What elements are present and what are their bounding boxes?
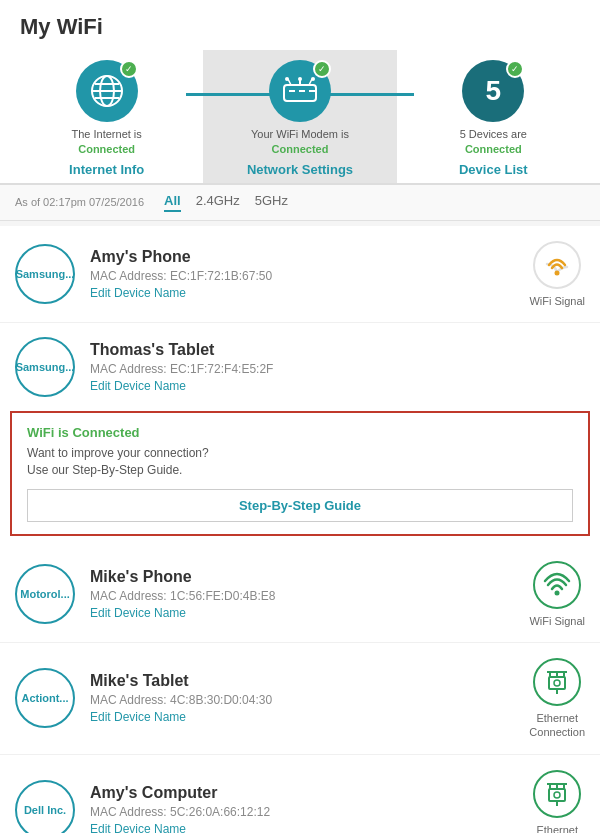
wifi-popup-desc: Want to improve your connection?Use our …: [27, 445, 573, 479]
avatar: Motorol...: [15, 564, 75, 624]
device-info: Amy's Phone MAC Address: EC:1F:72:1B:67:…: [90, 248, 519, 300]
svg-point-21: [554, 680, 560, 686]
network-label: Network Settings: [247, 162, 353, 177]
device-list: Samsung... Amy's Phone MAC Address: EC:1…: [0, 226, 600, 833]
devices-icon-circle: 5 ✓: [462, 60, 524, 122]
device-info: Amy's Computer MAC Address: 5C:26:0A:66:…: [90, 784, 519, 833]
ethernet-icon: [532, 657, 582, 707]
device-info: Thomas's Tablet MAC Address: EC:1F:72:F4…: [90, 341, 585, 393]
device-name: Amy's Phone: [90, 248, 519, 266]
step-by-step-button[interactable]: Step-By-Step Guide: [27, 489, 573, 522]
filter-date: As of 02:17pm 07/25/2016: [15, 196, 144, 208]
edit-device-name[interactable]: Edit Device Name: [90, 822, 519, 833]
device-name: Mike's Phone: [90, 568, 519, 586]
device-mac: MAC Address: EC:1F:72:F4:E5:2F: [90, 362, 585, 376]
device-name: Amy's Computer: [90, 784, 519, 802]
filter-tabs: All 2.4GHz 5GHz: [164, 193, 288, 212]
edit-device-name[interactable]: Edit Device Name: [90, 379, 585, 393]
wifi-signal-green-icon: [532, 560, 582, 610]
nav-item-internet[interactable]: ✓ The Internet is Connected Internet Inf…: [10, 50, 203, 183]
page-title: My WiFi: [0, 0, 600, 50]
table-row: Samsung... Amy's Phone MAC Address: EC:1…: [0, 226, 600, 323]
table-row: Samsung... Thomas's Tablet MAC Address: …: [0, 323, 600, 411]
internet-status: The Internet is Connected: [72, 127, 142, 158]
svg-point-10: [298, 77, 302, 81]
device-mac: MAC Address: 4C:8B:30:D0:04:30: [90, 693, 519, 707]
svg-point-18: [555, 590, 560, 595]
device-mac: MAC Address: EC:1F:72:1B:67:50: [90, 269, 519, 283]
filter-tab-2-4ghz[interactable]: 2.4GHz: [196, 193, 240, 212]
internet-label: Internet Info: [69, 162, 144, 177]
nav-item-devices[interactable]: 5 ✓ 5 Devices are Connected Device List: [397, 50, 590, 183]
ethernet-icon-2: [532, 769, 582, 819]
devices-status: 5 Devices are Connected: [460, 127, 527, 158]
device-signal-wifi-green: WiFi Signal: [529, 560, 585, 628]
device-name: Mike's Tablet: [90, 672, 519, 690]
filter-bar: As of 02:17pm 07/25/2016 All 2.4GHz 5GHz: [0, 185, 600, 221]
network-icon-circle: ✓: [269, 60, 331, 122]
signal-label: WiFi Signal: [529, 614, 585, 628]
signal-label: EthernetConnection: [529, 823, 585, 833]
signal-label: EthernetConnection: [529, 711, 585, 740]
table-row: Actiont... Mike's Tablet MAC Address: 4C…: [0, 643, 600, 755]
edit-device-name[interactable]: Edit Device Name: [90, 286, 519, 300]
devices-check-badge: ✓: [506, 60, 524, 78]
svg-point-14: [311, 77, 315, 81]
filter-tab-5ghz[interactable]: 5GHz: [255, 193, 288, 212]
svg-point-27: [534, 771, 580, 817]
svg-point-19: [534, 659, 580, 705]
wifi-connected-popup: WiFi is Connected Want to improve your c…: [10, 411, 590, 536]
network-status: Your WiFi Modem is Connected: [251, 127, 349, 158]
device-info: Mike's Tablet MAC Address: 4C:8B:30:D0:0…: [90, 672, 519, 724]
signal-label: WiFi Signal: [529, 294, 585, 308]
svg-point-29: [554, 792, 560, 798]
device-signal-wifi: WiFi Signal: [529, 240, 585, 308]
device-signal-ethernet-2: EthernetConnection: [529, 769, 585, 833]
avatar: Dell Inc.: [15, 780, 75, 833]
svg-rect-5: [284, 85, 316, 101]
edit-device-name[interactable]: Edit Device Name: [90, 710, 519, 724]
thomas-tablet-section: Samsung... Thomas's Tablet MAC Address: …: [0, 323, 600, 536]
internet-check-badge: ✓: [120, 60, 138, 78]
device-mac: MAC Address: 5C:26:0A:66:12:12: [90, 805, 519, 819]
svg-rect-20: [549, 677, 565, 689]
wifi-signal-icon: [532, 240, 582, 290]
filter-tab-all[interactable]: All: [164, 193, 181, 212]
wifi-popup-title: WiFi is Connected: [27, 425, 573, 440]
nav-item-network[interactable]: ✓ Your WiFi Modem is Connected Network S…: [203, 50, 396, 183]
svg-point-16: [555, 270, 560, 275]
table-row: Motorol... Mike's Phone MAC Address: 1C:…: [0, 546, 600, 643]
internet-icon-circle: ✓: [76, 60, 138, 122]
devices-label: Device List: [459, 162, 528, 177]
table-row: Dell Inc. Amy's Computer MAC Address: 5C…: [0, 755, 600, 833]
device-mac: MAC Address: 1C:56:FE:D0:4B:E8: [90, 589, 519, 603]
device-signal-ethernet: EthernetConnection: [529, 657, 585, 740]
network-check-badge: ✓: [313, 60, 331, 78]
device-info: Mike's Phone MAC Address: 1C:56:FE:D0:4B…: [90, 568, 519, 620]
svg-point-12: [285, 77, 289, 81]
avatar: Samsung...: [15, 337, 75, 397]
avatar: Actiont...: [15, 668, 75, 728]
top-nav: ✓ The Internet is Connected Internet Inf…: [0, 50, 600, 185]
edit-device-name[interactable]: Edit Device Name: [90, 606, 519, 620]
avatar: Samsung...: [15, 244, 75, 304]
svg-rect-28: [549, 789, 565, 801]
device-name: Thomas's Tablet: [90, 341, 585, 359]
device-count-number: 5: [486, 75, 502, 107]
